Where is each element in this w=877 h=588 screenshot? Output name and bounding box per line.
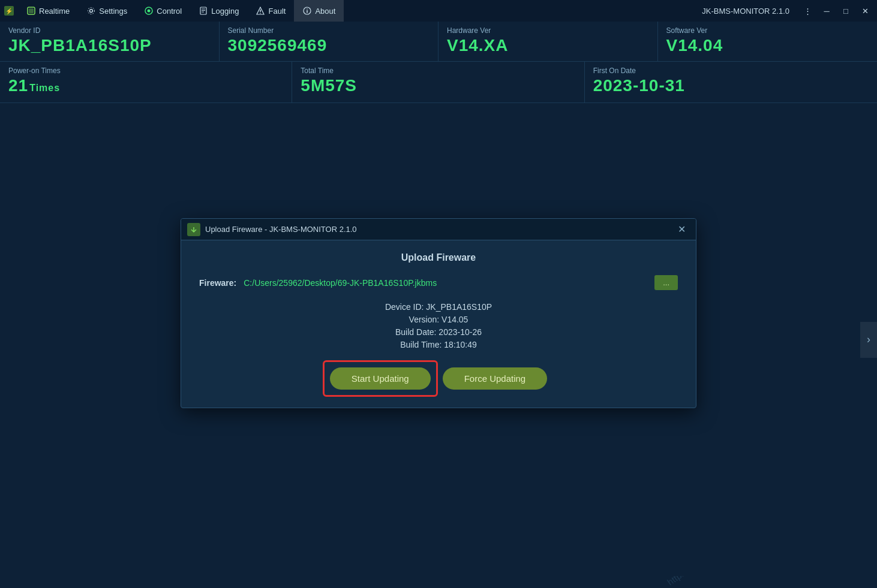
total-time-label: Total Time xyxy=(301,67,575,75)
serial-number-label: Serial Number xyxy=(228,26,430,35)
title-bar: ⚡ Realtime Settings Control Logging Faul… xyxy=(0,0,877,22)
nav-logging[interactable]: Logging xyxy=(190,0,247,22)
device-info: Device ID: JK_PB1A16S10P Version: V14.05… xyxy=(199,302,678,349)
svg-point-16 xyxy=(307,8,308,10)
svg-rect-3 xyxy=(29,8,34,13)
first-on-date-value: 2023-10-31 xyxy=(593,76,869,95)
dialog-title: Upload Fireware - JK-BMS-MONITOR 2.1.0 xyxy=(205,225,673,234)
nav-fault-label: Fault xyxy=(268,7,286,16)
control-icon xyxy=(144,6,154,16)
start-updating-button[interactable]: Start Updating xyxy=(330,367,431,390)
nav-control-label: Control xyxy=(157,7,182,16)
dialog-icon xyxy=(187,223,200,236)
vendor-id-value: JK_PB1A16S10P xyxy=(8,36,211,55)
nav-about-label: About xyxy=(315,7,335,16)
realtime-icon xyxy=(26,6,36,16)
maximize-button[interactable]: □ xyxy=(836,1,855,20)
power-on-times-cell: Power-on Times 21Times xyxy=(0,62,292,102)
nav-settings-label: Settings xyxy=(99,7,127,16)
first-on-date-cell: First On Date 2023-10-31 xyxy=(585,62,877,102)
software-ver-label: Software Ver xyxy=(666,26,869,35)
upload-firmware-dialog: Upload Fireware - JK-BMS-MONITOR 2.1.0 ✕… xyxy=(181,218,696,408)
version-line: Version: V14.05 xyxy=(199,315,678,324)
info-bar-2: Power-on Times 21Times Total Time 5M57S … xyxy=(0,62,877,103)
device-id-line: Device ID: JK_PB1A16S10P xyxy=(199,302,678,312)
svg-text:⚡: ⚡ xyxy=(5,7,13,15)
dialog-titlebar: Upload Fireware - JK-BMS-MONITOR 2.1.0 ✕ xyxy=(181,219,696,240)
svg-point-7 xyxy=(148,10,151,13)
dialog-close-button[interactable]: ✕ xyxy=(673,221,690,238)
nav-settings[interactable]: Settings xyxy=(78,0,136,22)
firmware-label: Fireware: xyxy=(199,278,236,288)
window-controls: ⋮ ─ □ ✕ xyxy=(798,1,875,20)
hardware-ver-cell: Hardware Ver V14.XA xyxy=(439,22,658,61)
hardware-ver-label: Hardware Ver xyxy=(447,26,649,35)
build-date-line: Build Date: 2023-10-26 xyxy=(199,327,678,337)
minimize-button[interactable]: ─ xyxy=(817,1,836,20)
action-row: Start Updating Force Updating xyxy=(199,367,678,390)
browse-button[interactable]: ... xyxy=(654,275,678,290)
hardware-ver-value: V14.XA xyxy=(447,36,649,55)
info-bar-1: Vendor ID JK_PB1A16S10P Serial Number 30… xyxy=(0,22,877,62)
fault-icon xyxy=(256,6,265,16)
about-icon xyxy=(302,6,312,16)
nav-logging-label: Logging xyxy=(211,7,239,16)
power-on-label: Power-on Times xyxy=(8,67,283,75)
vendor-id-cell: Vendor ID JK_PB1A16S10P xyxy=(0,22,220,61)
vendor-id-label: Vendor ID xyxy=(8,26,211,35)
right-arrow-button[interactable]: › xyxy=(860,322,877,358)
force-updating-button[interactable]: Force Updating xyxy=(443,367,548,390)
app-title: JK-BMS-MONITOR 2.1.0 xyxy=(696,7,795,16)
main-content: › Upload Fireware - JK-BMS-MONITOR 2.1.0… xyxy=(0,103,877,576)
dialog-overlay: Upload Fireware - JK-BMS-MONITOR 2.1.0 ✕… xyxy=(181,218,696,408)
first-on-date-label: First On Date xyxy=(593,67,869,75)
firmware-row: Fireware: C:/Users/25962/Desktop/69-JK-P… xyxy=(199,275,678,290)
app-icon: ⚡ xyxy=(2,4,16,17)
nav-fault[interactable]: Fault xyxy=(247,0,294,22)
build-time-line: Build Time: 18:10:49 xyxy=(199,340,678,349)
firmware-path: C:/Users/25962/Desktop/69-JK-PB1A16S10P.… xyxy=(244,278,647,288)
svg-point-5 xyxy=(88,8,95,14)
nav-realtime-label: Realtime xyxy=(39,7,70,16)
nav-control[interactable]: Control xyxy=(136,0,190,22)
svg-point-4 xyxy=(90,10,93,13)
serial-number-cell: Serial Number 3092569469 xyxy=(220,22,439,61)
logging-icon xyxy=(199,6,208,16)
dialog-heading: Upload Fireware xyxy=(199,252,678,263)
total-time-cell: Total Time 5M57S xyxy=(292,62,584,102)
nav-about[interactable]: About xyxy=(294,0,344,22)
software-ver-value: V14.04 xyxy=(666,36,869,55)
svg-point-13 xyxy=(260,13,262,14)
dialog-body: Upload Fireware Fireware: C:/Users/25962… xyxy=(181,240,696,408)
total-time-value: 5M57S xyxy=(301,76,575,95)
close-button[interactable]: ✕ xyxy=(855,1,875,20)
serial-number-value: 3092569469 xyxy=(228,36,430,55)
more-button[interactable]: ⋮ xyxy=(798,1,817,20)
nav-realtime[interactable]: Realtime xyxy=(18,0,78,22)
software-ver-cell: Software Ver V14.04 xyxy=(658,22,878,61)
power-on-value: 21Times xyxy=(8,76,283,95)
settings-icon xyxy=(86,6,96,16)
